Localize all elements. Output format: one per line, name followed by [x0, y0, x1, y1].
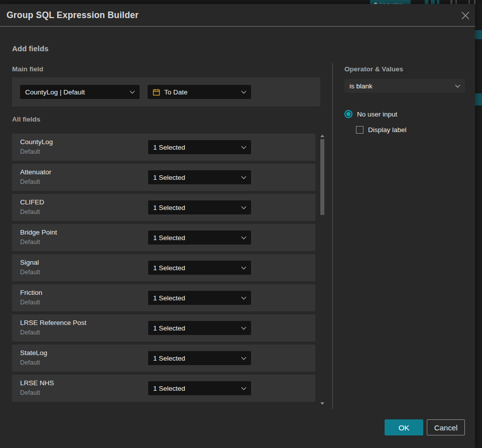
add-fields-heading: Add fields: [12, 44, 49, 53]
no-user-input-radio[interactable]: No user input: [344, 110, 397, 118]
chevron-down-icon: [242, 385, 247, 390]
background-fragment: [468, 0, 470, 4]
field-row-selection-value: 1 Selected: [153, 324, 185, 332]
field-row-subtitle: Default: [20, 359, 40, 366]
field-row-selection-dropdown[interactable]: 1 Selected: [148, 231, 251, 245]
chevron-down-icon: [242, 325, 247, 330]
operator-values-heading: Operator & Values: [344, 65, 403, 73]
display-label-checkbox[interactable]: Display label: [356, 126, 407, 134]
field-row-subtitle: Default: [20, 208, 40, 215]
chevron-down-icon: [455, 83, 460, 88]
field-row-selection-dropdown[interactable]: 1 Selected: [148, 140, 251, 154]
live-view-button[interactable]: Live view: [370, 0, 411, 4]
display-label-text: Display label: [368, 126, 407, 134]
field-row-name: Signal: [20, 259, 39, 266]
field-row: Friction Default 1 Selected: [12, 284, 315, 311]
field-row-selection-value: 1 Selected: [153, 264, 185, 272]
operator-dropdown-value: is blank: [349, 82, 373, 90]
field-row-name: CountyLog: [20, 138, 53, 146]
background-fragment: [455, 0, 457, 4]
ok-button[interactable]: OK: [385, 419, 423, 435]
field-row: LRSE NHS Default 1 Selected: [12, 375, 315, 402]
no-user-input-label: No user input: [357, 110, 397, 118]
background-fragment: [425, 0, 428, 4]
field-row-subtitle: Default: [20, 269, 40, 276]
chevron-down-icon: [242, 204, 247, 209]
field-row: StateLog Default 1 Selected: [12, 345, 315, 372]
screen: Live view Group SQL Expression Builder A…: [0, 0, 482, 448]
calendar-icon: [153, 88, 160, 96]
field-row-selection-value: 1 Selected: [153, 355, 185, 362]
chevron-down-icon: [242, 174, 247, 179]
chevron-down-icon: [242, 265, 247, 270]
background-fragment: [475, 30, 482, 39]
main-field-label: Main field: [12, 65, 43, 73]
chevron-down-icon: [242, 295, 247, 300]
field-row-selection-value: 1 Selected: [153, 385, 185, 392]
field-row-subtitle: Default: [20, 239, 40, 246]
field-row-selection-value: 1 Selected: [153, 234, 185, 242]
field-row-name: Attenuator: [20, 168, 51, 176]
main-field-dropdown[interactable]: CountyLog | Default: [20, 85, 140, 99]
background-app-top-strip: Live view: [0, 0, 482, 4]
field-row: CountyLog Default 1 Selected: [12, 134, 315, 161]
all-fields-list: CountyLog Default 1 Selected Attenuator …: [12, 134, 315, 405]
field-row-subtitle: Default: [20, 389, 40, 396]
field-row-name: LRSE NHS: [20, 379, 54, 387]
scroll-up-arrow-icon[interactable]: [320, 135, 324, 137]
field-row-selection-dropdown[interactable]: 1 Selected: [148, 200, 251, 214]
background-fragment: [475, 93, 482, 105]
field-row-selection-dropdown[interactable]: 1 Selected: [148, 170, 251, 184]
chevron-down-icon: [130, 89, 135, 94]
field-row: Bridge Point Default 1 Selected: [12, 224, 315, 251]
field-row-selection-dropdown[interactable]: 1 Selected: [148, 381, 251, 395]
field-row-selection-value: 1 Selected: [153, 294, 185, 302]
field-row: LRSE Reference Post Default 1 Selected: [12, 314, 315, 342]
field-row-name: Friction: [20, 289, 42, 296]
field-row-name: Bridge Point: [20, 229, 57, 236]
chevron-down-icon: [242, 235, 247, 240]
field-row: Attenuator Default 1 Selected: [12, 164, 315, 191]
field-row-selection-dropdown[interactable]: 1 Selected: [148, 291, 251, 305]
radio-selected-icon: [344, 110, 352, 118]
scroll-down-arrow-icon[interactable]: [320, 402, 324, 405]
field-row-selection-dropdown[interactable]: 1 Selected: [148, 351, 251, 365]
main-field-panel: CountyLog | Default To Date: [12, 77, 320, 106]
group-sql-expression-builder-dialog: Group SQL Expression Builder Add fields …: [0, 4, 475, 448]
field-row: CLIFED Default 1 Selected: [12, 194, 315, 221]
background-fragment: [450, 0, 452, 4]
main-field-dropdown-value: CountyLog | Default: [25, 88, 85, 96]
field-row-selection-value: 1 Selected: [153, 174, 185, 181]
main-field-type-dropdown[interactable]: To Date: [148, 85, 251, 99]
title-divider: [0, 26, 475, 27]
all-fields-scrollbar[interactable]: [318, 131, 326, 406]
field-row-subtitle: Default: [20, 178, 40, 185]
checkbox-unchecked-icon: [356, 126, 364, 134]
column-divider: [332, 63, 333, 409]
close-icon[interactable]: [460, 10, 471, 21]
field-row-subtitle: Default: [20, 148, 40, 155]
field-row-subtitle: Default: [20, 299, 40, 306]
field-row-subtitle: Default: [20, 329, 40, 336]
chevron-down-icon: [242, 89, 247, 94]
background-fragment: [437, 0, 439, 4]
field-row-name: StateLog: [20, 349, 47, 357]
field-row-name: LRSE Reference Post: [20, 319, 86, 326]
cancel-button[interactable]: Cancel: [427, 419, 465, 435]
field-row-selection-dropdown[interactable]: 1 Selected: [148, 321, 251, 335]
field-row: Signal Default 1 Selected: [12, 254, 315, 281]
dialog-title: Group SQL Expression Builder: [7, 10, 139, 21]
scrollbar-thumb[interactable]: [320, 139, 324, 215]
field-row-name: CLIFED: [20, 198, 44, 206]
background-fragment: [474, 0, 475, 4]
field-row-selection-dropdown[interactable]: 1 Selected: [148, 261, 251, 275]
operator-dropdown[interactable]: is blank: [344, 79, 465, 93]
background-fragment: [431, 0, 435, 4]
background-app-right-strip: [475, 4, 482, 448]
all-fields-label: All fields: [12, 116, 40, 123]
field-row-selection-value: 1 Selected: [153, 144, 185, 151]
chevron-down-icon: [242, 144, 247, 149]
main-field-type-value: To Date: [164, 88, 188, 96]
chevron-down-icon: [242, 355, 247, 360]
field-row-selection-value: 1 Selected: [153, 204, 185, 211]
